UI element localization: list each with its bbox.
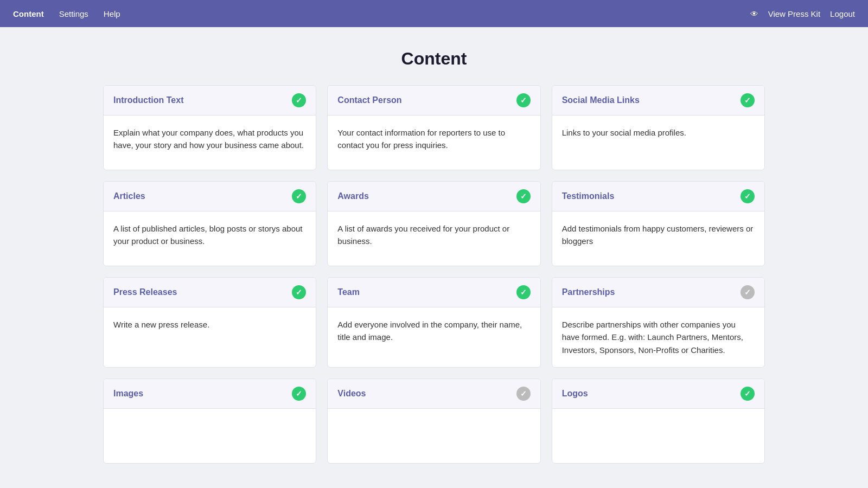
card-header-images: Images [104, 379, 316, 409]
card-images[interactable]: Images [103, 378, 316, 464]
card-header-videos: Videos [328, 379, 540, 409]
card-introduction-text[interactable]: Introduction Text Explain what your comp… [103, 85, 316, 170]
check-icon-team [516, 285, 531, 299]
card-body-images [104, 409, 316, 463]
card-header-press-releases: Press Releases [104, 278, 316, 307]
card-header-logos: Logos [552, 379, 764, 409]
check-icon-introduction-text [292, 93, 306, 107]
card-title-introduction-text: Introduction Text [113, 95, 183, 105]
view-press-kit-link[interactable]: View Press Kit [768, 9, 820, 18]
check-icon-social-media-links [741, 93, 755, 107]
check-icon-contact-person [516, 93, 531, 107]
card-header-social-media-links: Social Media Links [552, 86, 764, 115]
navbar: Content Settings Help 👁 View Press Kit L… [0, 0, 868, 27]
check-icon-awards [516, 189, 531, 203]
card-title-testimonials: Testimonials [562, 191, 615, 201]
card-body-team: Add everyone involved in the company, th… [328, 307, 540, 362]
check-icon-videos [516, 387, 531, 401]
check-icon-press-releases [292, 285, 306, 299]
card-title-press-releases: Press Releases [113, 287, 177, 297]
card-title-social-media-links: Social Media Links [562, 95, 640, 105]
check-icon-testimonials [741, 189, 755, 203]
check-icon-articles [292, 189, 306, 203]
card-body-partnerships: Describe partnerships with other compani… [552, 307, 764, 367]
card-contact-person[interactable]: Contact Person Your contact information … [327, 85, 540, 170]
nav-left: Content Settings Help [13, 9, 120, 18]
card-body-press-releases: Write a new press release. [104, 307, 316, 362]
card-header-articles: Articles [104, 182, 316, 211]
card-testimonials[interactable]: Testimonials Add testimonials from happy… [552, 181, 765, 266]
card-title-articles: Articles [113, 191, 145, 201]
logout-button[interactable]: Logout [830, 9, 855, 18]
card-header-awards: Awards [328, 182, 540, 211]
card-title-awards: Awards [337, 191, 369, 201]
card-body-contact-person: Your contact information for reporters t… [328, 115, 540, 170]
card-press-releases[interactable]: Press Releases Write a new press release… [103, 277, 316, 368]
card-title-contact-person: Contact Person [337, 95, 401, 105]
card-title-videos: Videos [337, 389, 366, 399]
card-title-team: Team [337, 287, 360, 297]
card-articles[interactable]: Articles A list of published articles, b… [103, 181, 316, 266]
card-social-media-links[interactable]: Social Media Links Links to your social … [552, 85, 765, 170]
card-title-partnerships: Partnerships [562, 287, 615, 297]
card-awards[interactable]: Awards A list of awards you received for… [327, 181, 540, 266]
card-header-testimonials: Testimonials [552, 182, 764, 211]
card-body-logos [552, 409, 764, 463]
card-logos[interactable]: Logos [552, 378, 765, 464]
nav-settings[interactable]: Settings [59, 9, 88, 18]
card-body-testimonials: Add testimonials from happy customers, r… [552, 211, 764, 266]
card-body-social-media-links: Links to your social media profiles. [552, 115, 764, 170]
nav-help[interactable]: Help [104, 9, 120, 18]
card-team[interactable]: Team Add everyone involved in the compan… [327, 277, 540, 368]
card-body-articles: A list of published articles, blog posts… [104, 211, 316, 266]
card-videos[interactable]: Videos [327, 378, 540, 464]
nav-right: 👁 View Press Kit Logout [750, 9, 855, 18]
card-header-introduction-text: Introduction Text [104, 86, 316, 115]
card-body-introduction-text: Explain what your company does, what pro… [104, 115, 316, 170]
card-body-videos [328, 409, 540, 463]
card-header-team: Team [328, 278, 540, 307]
check-icon-logos [741, 387, 755, 401]
check-icon-images [292, 387, 306, 401]
check-icon-partnerships [741, 285, 755, 299]
card-title-logos: Logos [562, 389, 588, 399]
page-title: Content [0, 49, 868, 69]
card-title-images: Images [113, 389, 143, 399]
card-body-awards: A list of awards you received for your p… [328, 211, 540, 266]
card-header-partnerships: Partnerships [552, 278, 764, 307]
nav-content[interactable]: Content [13, 9, 44, 18]
eye-icon: 👁 [750, 9, 758, 18]
card-header-contact-person: Contact Person [328, 86, 540, 115]
card-partnerships[interactable]: Partnerships Describe partnerships with … [552, 277, 765, 368]
content-grid: Introduction Text Explain what your comp… [81, 85, 787, 485]
